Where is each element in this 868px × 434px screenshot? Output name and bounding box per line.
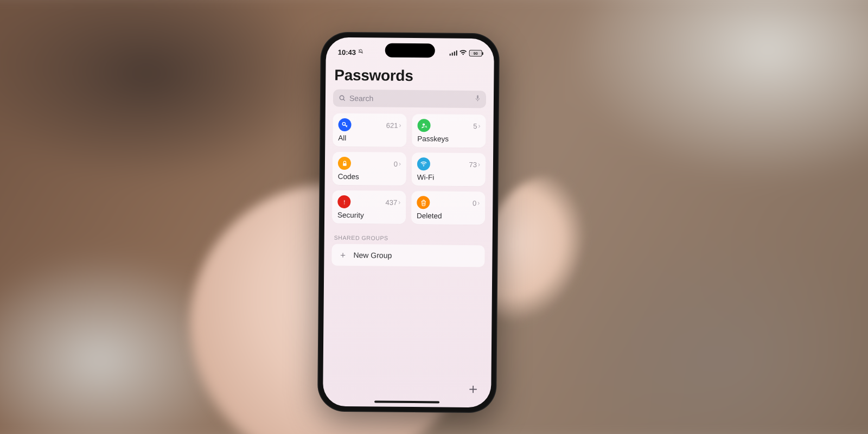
mic-icon[interactable] [475,94,481,104]
tile-security[interactable]: 437› Security [332,190,406,224]
chevron-right-icon: › [478,122,480,130]
chevron-right-icon: › [399,160,401,168]
tile-wifi-label: Wi-Fi [417,173,480,182]
svg-point-10 [344,203,345,204]
battery-level: 90 [474,52,478,55]
lock-clock-icon [338,157,351,170]
plus-icon: ＋ [338,250,348,260]
tile-codes-count: 0 [394,159,398,168]
page-title: Passwords [334,67,485,85]
tile-security-label: Security [337,211,400,220]
svg-rect-7 [343,163,347,165]
tile-security-count: 437 [386,198,398,206]
trash-icon [417,196,430,209]
person-key-icon [417,119,430,132]
svg-point-5 [422,123,424,125]
tile-deleted-label: Deleted [417,212,480,220]
svg-point-6 [425,126,426,127]
svg-point-8 [423,166,424,167]
search-icon [339,94,346,102]
tile-all[interactable]: 621› All [333,113,407,147]
new-group-label: New Group [353,251,392,260]
phone-frame: 10:43 [317,32,500,413]
chevron-right-icon: › [478,161,480,168]
svg-rect-9 [344,200,344,202]
category-grid: 621› All 5› Passkeys [332,113,486,225]
tile-wifi[interactable]: 73› Wi-Fi [412,152,486,186]
tile-passkeys-count: 5 [473,122,477,130]
silent-icon [358,49,363,55]
tile-passkeys-label: Passkeys [417,135,480,143]
svg-line-1 [343,99,345,101]
wifi-icon [417,157,430,170]
chevron-right-icon: › [477,199,480,207]
cellular-icon [449,50,457,56]
status-time: 10:43 [338,48,356,56]
tile-codes-label: Codes [338,173,401,181]
tile-deleted-count: 0 [473,199,476,207]
new-group-button[interactable]: ＋ New Group [331,244,484,267]
tile-passkeys[interactable]: 5› Passkeys [412,114,486,148]
battery-icon: 90 [469,50,482,56]
phone-screen: 10:43 [323,37,494,408]
tile-codes[interactable]: 0› Codes [333,152,407,186]
key-icon [338,118,351,131]
alert-icon [337,195,350,208]
svg-rect-2 [477,95,478,99]
svg-point-0 [340,95,344,100]
chevron-right-icon: › [398,199,400,206]
search-input[interactable]: Search [333,90,486,108]
search-placeholder: Search [349,94,471,104]
shared-groups-header: SHARED GROUPS [334,234,483,242]
add-button[interactable]: ＋ [465,380,481,397]
tile-deleted[interactable]: 0› Deleted [411,191,486,225]
chevron-right-icon: › [399,122,401,129]
tile-all-label: All [338,134,401,143]
dynamic-island [385,43,435,58]
tile-wifi-count: 73 [469,160,477,168]
wifi-status-icon [459,49,467,57]
tile-all-count: 621 [386,121,398,129]
home-indicator[interactable] [374,400,439,403]
